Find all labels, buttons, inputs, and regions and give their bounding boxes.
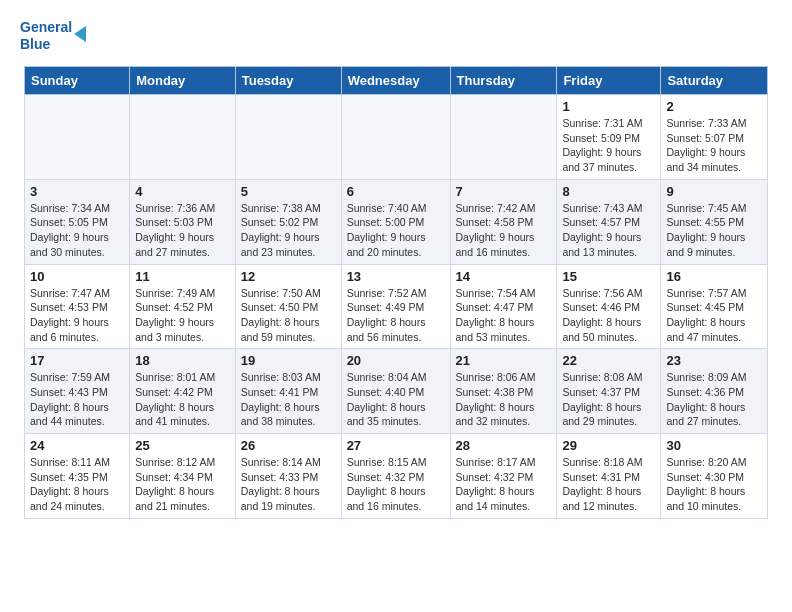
day-info: Sunrise: 7:54 AMSunset: 4:47 PMDaylight:… [456,286,552,345]
calendar-week-row: 3Sunrise: 7:34 AMSunset: 5:05 PMDaylight… [25,179,768,264]
svg-marker-2 [74,26,86,42]
day-number: 2 [666,99,762,114]
weekday-header: Sunday [25,67,130,95]
day-info: Sunrise: 7:42 AMSunset: 4:58 PMDaylight:… [456,201,552,260]
calendar-day-cell: 22Sunrise: 8:08 AMSunset: 4:37 PMDayligh… [557,349,661,434]
calendar-day-cell: 25Sunrise: 8:12 AMSunset: 4:34 PMDayligh… [130,434,236,519]
day-info: Sunrise: 8:08 AMSunset: 4:37 PMDaylight:… [562,370,655,429]
day-info: Sunrise: 7:56 AMSunset: 4:46 PMDaylight:… [562,286,655,345]
day-info: Sunrise: 8:12 AMSunset: 4:34 PMDaylight:… [135,455,230,514]
day-info: Sunrise: 7:43 AMSunset: 4:57 PMDaylight:… [562,201,655,260]
weekday-header: Friday [557,67,661,95]
day-number: 25 [135,438,230,453]
day-info: Sunrise: 7:33 AMSunset: 5:07 PMDaylight:… [666,116,762,175]
day-info: Sunrise: 8:09 AMSunset: 4:36 PMDaylight:… [666,370,762,429]
day-number: 13 [347,269,445,284]
calendar-day-cell: 18Sunrise: 8:01 AMSunset: 4:42 PMDayligh… [130,349,236,434]
weekday-header: Monday [130,67,236,95]
calendar-day-cell: 26Sunrise: 8:14 AMSunset: 4:33 PMDayligh… [235,434,341,519]
day-number: 22 [562,353,655,368]
day-number: 19 [241,353,336,368]
logo-svg: General Blue [20,16,90,58]
calendar-day-cell: 16Sunrise: 7:57 AMSunset: 4:45 PMDayligh… [661,264,768,349]
day-info: Sunrise: 7:36 AMSunset: 5:03 PMDaylight:… [135,201,230,260]
day-info: Sunrise: 8:01 AMSunset: 4:42 PMDaylight:… [135,370,230,429]
day-info: Sunrise: 8:20 AMSunset: 4:30 PMDaylight:… [666,455,762,514]
day-number: 18 [135,353,230,368]
calendar-table: SundayMondayTuesdayWednesdayThursdayFrid… [24,66,768,519]
day-info: Sunrise: 7:59 AMSunset: 4:43 PMDaylight:… [30,370,124,429]
day-info: Sunrise: 8:14 AMSunset: 4:33 PMDaylight:… [241,455,336,514]
calendar-week-row: 17Sunrise: 7:59 AMSunset: 4:43 PMDayligh… [25,349,768,434]
day-number: 28 [456,438,552,453]
calendar-day-cell: 8Sunrise: 7:43 AMSunset: 4:57 PMDaylight… [557,179,661,264]
day-info: Sunrise: 8:15 AMSunset: 4:32 PMDaylight:… [347,455,445,514]
calendar-day-cell: 3Sunrise: 7:34 AMSunset: 5:05 PMDaylight… [25,179,130,264]
day-info: Sunrise: 7:38 AMSunset: 5:02 PMDaylight:… [241,201,336,260]
calendar-day-cell [235,95,341,180]
day-info: Sunrise: 7:52 AMSunset: 4:49 PMDaylight:… [347,286,445,345]
weekday-header: Wednesday [341,67,450,95]
logo: General Blue [20,16,90,58]
calendar-day-cell: 24Sunrise: 8:11 AMSunset: 4:35 PMDayligh… [25,434,130,519]
day-number: 4 [135,184,230,199]
day-number: 10 [30,269,124,284]
calendar-day-cell [341,95,450,180]
calendar-day-cell: 23Sunrise: 8:09 AMSunset: 4:36 PMDayligh… [661,349,768,434]
calendar-day-cell [25,95,130,180]
day-info: Sunrise: 7:49 AMSunset: 4:52 PMDaylight:… [135,286,230,345]
day-number: 24 [30,438,124,453]
calendar-day-cell: 10Sunrise: 7:47 AMSunset: 4:53 PMDayligh… [25,264,130,349]
calendar-day-cell: 7Sunrise: 7:42 AMSunset: 4:58 PMDaylight… [450,179,557,264]
day-info: Sunrise: 8:11 AMSunset: 4:35 PMDaylight:… [30,455,124,514]
calendar-wrap: SundayMondayTuesdayWednesdayThursdayFrid… [0,66,792,531]
day-info: Sunrise: 8:18 AMSunset: 4:31 PMDaylight:… [562,455,655,514]
calendar-day-cell: 13Sunrise: 7:52 AMSunset: 4:49 PMDayligh… [341,264,450,349]
day-info: Sunrise: 8:03 AMSunset: 4:41 PMDaylight:… [241,370,336,429]
day-number: 27 [347,438,445,453]
day-info: Sunrise: 7:40 AMSunset: 5:00 PMDaylight:… [347,201,445,260]
calendar-header-row: SundayMondayTuesdayWednesdayThursdayFrid… [25,67,768,95]
day-number: 16 [666,269,762,284]
calendar-day-cell: 19Sunrise: 8:03 AMSunset: 4:41 PMDayligh… [235,349,341,434]
day-info: Sunrise: 8:06 AMSunset: 4:38 PMDaylight:… [456,370,552,429]
calendar-day-cell [130,95,236,180]
day-number: 11 [135,269,230,284]
svg-text:General: General [20,19,72,35]
day-number: 15 [562,269,655,284]
weekday-header: Tuesday [235,67,341,95]
calendar-day-cell: 20Sunrise: 8:04 AMSunset: 4:40 PMDayligh… [341,349,450,434]
day-info: Sunrise: 7:31 AMSunset: 5:09 PMDaylight:… [562,116,655,175]
calendar-week-row: 24Sunrise: 8:11 AMSunset: 4:35 PMDayligh… [25,434,768,519]
calendar-day-cell: 27Sunrise: 8:15 AMSunset: 4:32 PMDayligh… [341,434,450,519]
day-info: Sunrise: 7:57 AMSunset: 4:45 PMDaylight:… [666,286,762,345]
day-number: 17 [30,353,124,368]
day-number: 20 [347,353,445,368]
calendar-day-cell: 4Sunrise: 7:36 AMSunset: 5:03 PMDaylight… [130,179,236,264]
calendar-day-cell [450,95,557,180]
day-info: Sunrise: 8:17 AMSunset: 4:32 PMDaylight:… [456,455,552,514]
calendar-day-cell: 12Sunrise: 7:50 AMSunset: 4:50 PMDayligh… [235,264,341,349]
day-number: 26 [241,438,336,453]
day-number: 30 [666,438,762,453]
day-number: 23 [666,353,762,368]
day-number: 21 [456,353,552,368]
calendar-day-cell: 30Sunrise: 8:20 AMSunset: 4:30 PMDayligh… [661,434,768,519]
header: General Blue [0,0,792,66]
calendar-day-cell: 17Sunrise: 7:59 AMSunset: 4:43 PMDayligh… [25,349,130,434]
day-info: Sunrise: 8:04 AMSunset: 4:40 PMDaylight:… [347,370,445,429]
day-number: 14 [456,269,552,284]
calendar-day-cell: 5Sunrise: 7:38 AMSunset: 5:02 PMDaylight… [235,179,341,264]
calendar-day-cell: 15Sunrise: 7:56 AMSunset: 4:46 PMDayligh… [557,264,661,349]
calendar-day-cell: 1Sunrise: 7:31 AMSunset: 5:09 PMDaylight… [557,95,661,180]
calendar-week-row: 10Sunrise: 7:47 AMSunset: 4:53 PMDayligh… [25,264,768,349]
calendar-day-cell: 6Sunrise: 7:40 AMSunset: 5:00 PMDaylight… [341,179,450,264]
calendar-week-row: 1Sunrise: 7:31 AMSunset: 5:09 PMDaylight… [25,95,768,180]
day-number: 9 [666,184,762,199]
weekday-header: Saturday [661,67,768,95]
calendar-day-cell: 2Sunrise: 7:33 AMSunset: 5:07 PMDaylight… [661,95,768,180]
day-info: Sunrise: 7:34 AMSunset: 5:05 PMDaylight:… [30,201,124,260]
calendar-day-cell: 9Sunrise: 7:45 AMSunset: 4:55 PMDaylight… [661,179,768,264]
day-number: 1 [562,99,655,114]
day-number: 5 [241,184,336,199]
